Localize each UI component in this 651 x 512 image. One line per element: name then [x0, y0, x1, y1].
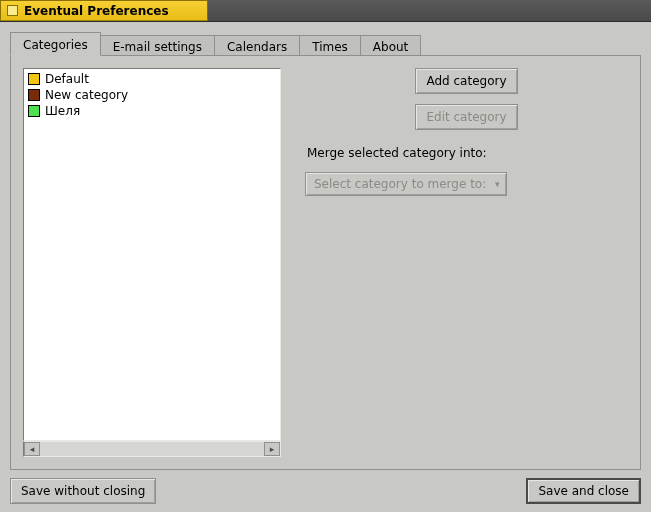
chevron-down-icon: ▾ [492, 179, 502, 189]
list-item[interactable]: Шеля [24, 103, 280, 119]
category-list-area: DefaultNew categoryШеля ◂ ▸ [23, 68, 281, 457]
merge-target-placeholder: Select category to merge to: [314, 177, 486, 191]
save-and-close-button[interactable]: Save and close [526, 478, 641, 504]
title-tab: Eventual Preferences [0, 0, 208, 21]
color-swatch [28, 89, 40, 101]
merge-label: Merge selected category into: [305, 146, 487, 160]
merge-target-select[interactable]: Select category to merge to: ▾ [305, 172, 507, 196]
add-category-button[interactable]: Add category [415, 68, 517, 94]
category-list[interactable]: DefaultNew categoryШеля [23, 68, 281, 441]
tab-panel-categories: DefaultNew categoryШеля ◂ ▸ Add category… [10, 55, 641, 470]
list-item[interactable]: Default [24, 71, 280, 87]
edit-category-button[interactable]: Edit category [415, 104, 517, 130]
scroll-left-icon[interactable]: ◂ [24, 442, 40, 456]
tab-about[interactable]: About [361, 35, 421, 55]
tab-e-mail-settings[interactable]: E-mail settings [101, 35, 215, 55]
category-actions: Add category Edit category Merge selecte… [305, 68, 628, 457]
tab-container: CategoriesE-mail settingsCalendarsTimesA… [10, 32, 641, 470]
color-swatch [28, 105, 40, 117]
save-without-closing-button[interactable]: Save without closing [10, 478, 156, 504]
list-item-label: Шеля [45, 104, 80, 118]
list-item-label: Default [45, 72, 89, 86]
tab-times[interactable]: Times [300, 35, 361, 55]
app-icon [7, 5, 18, 16]
window-title: Eventual Preferences [24, 4, 169, 18]
list-item[interactable]: New category [24, 87, 280, 103]
title-bar: Eventual Preferences [0, 0, 651, 22]
color-swatch [28, 73, 40, 85]
tab-strip: CategoriesE-mail settingsCalendarsTimesA… [10, 32, 641, 55]
tab-categories[interactable]: Categories [10, 32, 101, 56]
footer: Save without closing Save and close [10, 478, 641, 504]
list-item-label: New category [45, 88, 128, 102]
scroll-right-icon[interactable]: ▸ [264, 442, 280, 456]
h-scrollbar[interactable]: ◂ ▸ [23, 441, 281, 457]
window-body: CategoriesE-mail settingsCalendarsTimesA… [0, 22, 651, 512]
tab-calendars[interactable]: Calendars [215, 35, 300, 55]
